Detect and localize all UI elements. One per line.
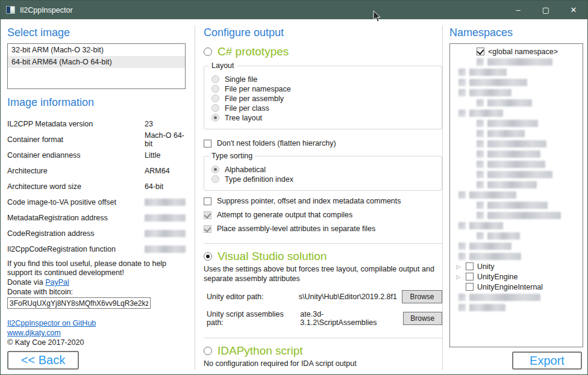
info-row: Code image-to-VA positive offset [7, 194, 186, 210]
namespace-item-redacted [450, 98, 583, 108]
info-label: Architecture [7, 167, 145, 175]
info-value: 23 [145, 120, 153, 128]
info-row: MetadataRegistration address [7, 210, 186, 226]
website-link[interactable]: www.djkaty.com [7, 329, 61, 337]
image-option[interactable]: 32-bit ARM (Mach-O 32-bit) [8, 44, 185, 56]
namespace-item[interactable]: ▷Unity [450, 261, 583, 271]
namespace-item[interactable]: ▷UnityEngine [450, 271, 583, 282]
donate-text: If you find this tool useful, please don… [7, 259, 182, 277]
redacted-label [469, 243, 511, 250]
redacted-value [145, 230, 186, 237]
browse-script-button[interactable]: Browse [403, 312, 442, 325]
radio-option[interactable]: File per assembly [211, 94, 436, 103]
redacted-label [487, 150, 540, 158]
redacted-value [145, 246, 186, 253]
radio-option[interactable]: Type definition index [211, 175, 436, 184]
image-listbox[interactable]: 32-bit ARM (Mach-O 32-bit)64-bit ARM64 (… [7, 43, 186, 89]
info-label: Code image-to-VA positive offset [7, 198, 145, 206]
checkbox-icon [204, 211, 211, 219]
info-row: Architecture word size64-bit [7, 179, 186, 194]
radio-option[interactable]: Tree layout [211, 113, 436, 122]
configure-output-header: Configure output [204, 26, 442, 39]
namespace-item-redacted [450, 77, 583, 87]
minimize-icon[interactable]: – [504, 1, 532, 19]
layout-groupbox: Layout Single fileFile per namespaceFile… [204, 66, 442, 129]
visual-studio-radio[interactable]: Visual Studio solution [204, 250, 442, 263]
github-link[interactable]: Il2CppInspector on GitHub [7, 319, 96, 327]
radio-option[interactable]: File per class [211, 104, 436, 113]
maximize-icon[interactable]: ▢ [532, 1, 560, 19]
close-icon[interactable]: ✕ [560, 1, 587, 19]
namespace-item-redacted [450, 302, 583, 312]
checkbox-icon [477, 48, 484, 55]
namespace-item-redacted [450, 138, 583, 149]
paypal-link[interactable]: PayPal [45, 278, 69, 287]
redacted-label [487, 161, 545, 168]
radio-option[interactable]: File per namespace [211, 84, 436, 93]
unity-script-path-label: Unity script assemblies path: [207, 310, 300, 327]
radio-icon [204, 347, 212, 355]
info-row: Il2CppCodeRegistration function [7, 241, 186, 257]
vs-description: Uses the settings above but forces tree … [204, 264, 439, 284]
option-checkbox[interactable]: Attempt to generate output that compiles [204, 209, 442, 220]
redacted-label [487, 140, 546, 147]
namespace-item-redacted [450, 128, 583, 138]
option-checkbox[interactable]: Place assembly-level attributes in separ… [204, 223, 442, 234]
dont-nest-checkbox[interactable]: Don't nest folders (flatten hierarchy) [204, 138, 442, 149]
info-row: ArchitectureARM64 [7, 163, 186, 179]
namespace-item[interactable]: <global namespace> [450, 46, 583, 57]
configure-output-panel: Configure output C# prototypes Layout Si… [204, 19, 442, 374]
select-image-panel: Select image 32-bit ARM (Mach-O 32-bit)6… [7, 19, 186, 374]
namespace-label: <global namespace> [488, 48, 558, 56]
redacted-checkbox [458, 79, 466, 86]
namespace-item[interactable]: UnityEngineInternal [450, 282, 583, 292]
redacted-label [487, 181, 537, 188]
option-checkbox[interactable]: Suppress pointer, offset and index metad… [204, 196, 442, 206]
redacted-label [469, 79, 527, 86]
radio-option[interactable]: Single file [211, 75, 436, 84]
redacted-label [469, 304, 505, 311]
redacted-checkbox [477, 120, 484, 127]
export-button[interactable]: Export [512, 352, 582, 370]
app-icon [6, 6, 15, 14]
checkbox-icon [466, 283, 474, 291]
back-button[interactable]: << Back [7, 351, 79, 370]
radio-option[interactable]: Alphabetical [211, 165, 436, 174]
radio-label: Single file [225, 75, 257, 84]
image-option[interactable]: 64-bit ARM64 (Mach-O 64-bit) [8, 56, 185, 68]
browse-editor-button[interactable]: Browse [402, 290, 442, 303]
unity-script-path-value[interactable]: ate.3d-3.1.2\ScriptAssemblies [300, 310, 398, 327]
redacted-label [487, 232, 520, 240]
info-label: Container format [7, 135, 145, 144]
radio-label: File per assembly [225, 95, 284, 103]
unity-editor-path-value[interactable]: s\Unity\Hub\Editor\2019.2.8f1 [299, 293, 397, 301]
namespace-item-redacted [450, 251, 583, 261]
redacted-checkbox [458, 69, 466, 76]
csharp-prototypes-radio[interactable]: C# prototypes [204, 45, 442, 58]
redacted-checkbox [477, 181, 484, 188]
radio-icon [211, 75, 219, 83]
namespace-item-redacted [450, 241, 583, 251]
title-bar[interactable]: Il2CppInspector – ▢ ✕ [1, 1, 587, 19]
expander-icon[interactable]: ▷ [455, 263, 462, 270]
bitcoin-address-input[interactable] [7, 297, 151, 309]
idapython-radio[interactable]: IDAPython script [204, 344, 442, 358]
checkbox-icon [204, 197, 211, 205]
donate-bitcoin-label: Donate with bitcoin: [7, 287, 186, 297]
info-value: Mach-O 64-bit [145, 131, 186, 148]
checkbox-icon [204, 225, 211, 233]
namespaces-tree[interactable]: <global namespace>▷Unity▷UnityEngineUnit… [449, 43, 583, 347]
info-label: Architecture word size [7, 182, 145, 191]
window-title: Il2CppInspector [20, 6, 73, 14]
namespace-label: Unity [477, 262, 494, 271]
redacted-label [487, 171, 552, 178]
copyright-text: © Katy Coe 2017-2020 [7, 338, 186, 347]
namespace-label: UnityEngineInternal [477, 283, 543, 291]
namespace-item-redacted [450, 169, 583, 179]
info-value: Little [145, 151, 160, 160]
expander-icon[interactable]: ▷ [455, 273, 462, 280]
redacted-checkbox [477, 58, 484, 66]
radio-icon [211, 85, 219, 93]
redacted-checkbox [477, 140, 484, 147]
type-sorting-groupbox: Type sorting AlphabeticalType definition… [204, 156, 442, 191]
